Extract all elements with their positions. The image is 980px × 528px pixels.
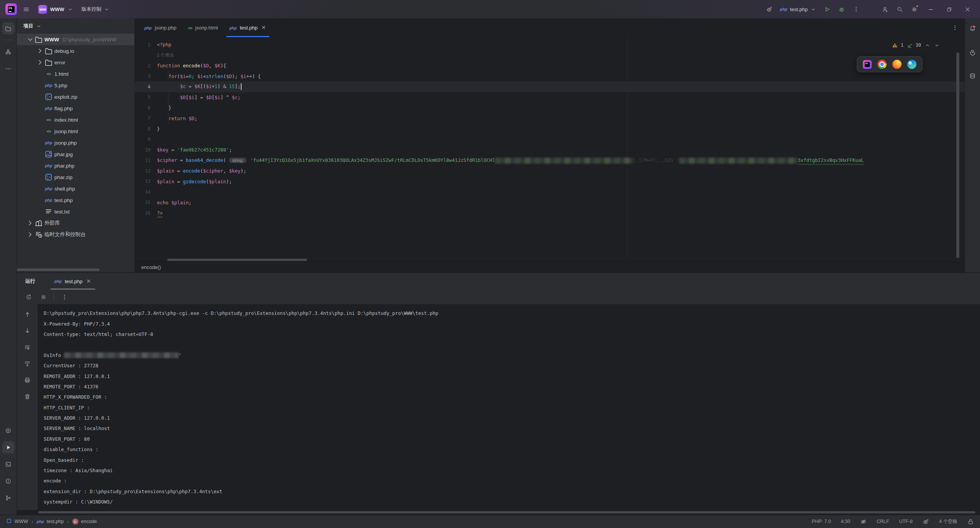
soft-wrap-button[interactable]: [23, 342, 32, 352]
ai-assistant-button[interactable]: [967, 46, 979, 58]
tree-item-exploit.zip[interactable]: exploit.zip: [17, 91, 134, 103]
tabbar-options-button[interactable]: [948, 21, 962, 34]
code-line-8[interactable]: 8}: [135, 124, 965, 134]
vcs-widget[interactable]: 版本控制: [78, 4, 113, 14]
settings-button[interactable]: [907, 3, 921, 16]
code-line-2[interactable]: 2function encode($D, $K){: [135, 60, 965, 71]
main-menu-button[interactable]: [19, 3, 33, 16]
code-line-13[interactable]: 13$plain = gzdecode($plain);: [135, 176, 965, 187]
tree-item-test.php[interactable]: phptest.php: [17, 194, 134, 206]
chrome-icon[interactable]: [877, 60, 887, 69]
tree-item-flag.php[interactable]: phpflag.php: [17, 103, 134, 114]
tree-item-index.html[interactable]: <>index.html: [17, 114, 134, 125]
console-more-button[interactable]: [59, 291, 70, 303]
close-run-tab-icon[interactable]: ✕: [86, 278, 92, 285]
sidebar-item-run[interactable]: [2, 441, 15, 453]
sidebar-item-structure[interactable]: [2, 46, 15, 58]
code-line-1[interactable]: 1<?php: [135, 39, 965, 50]
tree-item-jsonp.html[interactable]: <>jsonp.html: [17, 125, 134, 137]
close-button[interactable]: [959, 3, 976, 16]
tree-item-WWW[interactable]: WWWD:\phpstudy_pro\WWW: [17, 34, 134, 45]
stop-debug-listener-button[interactable]: [762, 3, 776, 16]
notifications-button[interactable]: [967, 22, 979, 34]
editor-body[interactable]: 1<?php1 个用法2function encode($D, $K){3 fo…: [135, 37, 965, 258]
inspections-widget[interactable]: 1 39: [891, 42, 940, 49]
tree-item-debug.io[interactable]: debug.io: [17, 45, 134, 57]
code-line-12[interactable]: 12$plain = encode($cipher, $key);: [135, 166, 965, 176]
code-line-10[interactable]: 10$key = 'fae0b27c451c7288';: [135, 145, 965, 155]
project-panel-header[interactable]: 项目: [17, 18, 134, 34]
sidebar-item-problems[interactable]: [2, 475, 15, 487]
scroll-to-end-button[interactable]: [23, 359, 32, 368]
tree-item-test.txt[interactable]: test.txt: [17, 206, 134, 217]
tab-test-php[interactable]: phptest.php✕: [224, 18, 272, 37]
chevron-right-icon[interactable]: [26, 230, 34, 239]
tree-item-phar.zip[interactable]: phar.zip: [17, 171, 134, 183]
line-separator[interactable]: CRLF: [877, 519, 889, 524]
tree-item-jsonp.php[interactable]: phpjsonp.php: [17, 137, 134, 148]
next-occurrence-button[interactable]: [23, 326, 32, 335]
project-selector[interactable]: WW WWW: [35, 3, 76, 15]
breadcrumb-encode[interactable]: fxencode: [72, 518, 97, 525]
code-line-3[interactable]: 3 for($i=0; $i<strlen($D); $i++) {: [135, 71, 965, 82]
code-line-inlay[interactable]: 1 个用法: [135, 50, 965, 61]
sidebar-item-terminal[interactable]: [2, 458, 15, 470]
tree-item-1.html[interactable]: <>1.html: [17, 68, 134, 80]
search-everywhere-button[interactable]: [893, 3, 906, 16]
code-with-me-button[interactable]: [878, 3, 892, 16]
close-tab-icon[interactable]: ✕: [261, 24, 267, 31]
sidebar-item-more[interactable]: [2, 62, 15, 75]
tree-item--[interactable]: 临时文件和控制台: [17, 229, 134, 240]
tab-jsonp-html[interactable]: <>jsonp.html: [182, 18, 224, 37]
reader-mode-icon[interactable]: [860, 518, 867, 525]
editor-vscrollbar[interactable]: [956, 52, 959, 258]
chevron-right-icon[interactable]: [36, 58, 44, 67]
restore-button[interactable]: [940, 3, 958, 16]
tree-item-5.php[interactable]: php5.php: [17, 80, 134, 91]
run-tab-testphp[interactable]: php test.php ✕: [50, 273, 96, 290]
stop-button[interactable]: [38, 291, 49, 303]
indent-setting[interactable]: 4 个空格: [939, 518, 957, 525]
tree-item-phar.jpg[interactable]: phar.jpg: [17, 148, 134, 160]
edge-icon[interactable]: [907, 60, 916, 69]
tree-item-shell.php[interactable]: phpshell.php: [17, 183, 134, 194]
database-button[interactable]: [967, 70, 979, 82]
firefox-icon[interactable]: [892, 60, 902, 69]
prev-problem-icon[interactable]: [924, 42, 931, 49]
clear-console-button[interactable]: [23, 392, 32, 401]
debug-listener-status-icon[interactable]: [923, 518, 929, 525]
file-encoding[interactable]: UTF-8: [899, 519, 913, 524]
code-line-9[interactable]: 9: [135, 134, 965, 145]
console-output[interactable]: D:\phpstudy_pro\Extensions\php\php7.3.4n…: [38, 304, 980, 510]
code-line-4[interactable]: 4 $c = $K[($i+1) & 15];: [135, 81, 965, 92]
breadcrumb-WWW[interactable]: WWW: [6, 518, 28, 525]
chevron-right-icon[interactable]: [26, 219, 34, 227]
caret-position[interactable]: 4:30: [841, 519, 850, 524]
code-line-5[interactable]: 5 $D[$i] = $D[$i] ^ $c;: [135, 92, 965, 103]
chevron-right-icon[interactable]: [36, 47, 44, 55]
chevron-down-icon[interactable]: [26, 35, 34, 44]
php-language-level[interactable]: PHP: 7.0: [812, 519, 831, 524]
tree-item--[interactable]: 外部库: [17, 217, 134, 229]
code-line-7[interactable]: 7 return $D;: [135, 113, 965, 124]
run-button[interactable]: [820, 3, 834, 16]
next-problem-icon[interactable]: [933, 42, 940, 49]
code-line-15[interactable]: 15echo $plain;: [135, 197, 965, 208]
sidebar-item-services[interactable]: [2, 424, 15, 437]
tree-item-phar.php[interactable]: phpphar.php: [17, 160, 134, 171]
prev-occurrence-button[interactable]: [23, 310, 32, 319]
tree-item-error[interactable]: error: [17, 57, 134, 68]
breadcrumb-test-php[interactable]: phptest.php: [37, 519, 64, 524]
rerun-button[interactable]: [23, 291, 34, 303]
run-configuration-selector[interactable]: php test.php: [777, 5, 819, 14]
debug-button[interactable]: [835, 3, 848, 16]
console-hscrollbar[interactable]: [38, 511, 975, 513]
phpstorm-preview-icon[interactable]: PS: [863, 60, 872, 69]
sidebar-item-version-control[interactable]: [2, 492, 15, 504]
more-run-actions-button[interactable]: [849, 3, 863, 16]
code-line-11[interactable]: 11$cipher = base64_decode( string: 'fu44…: [135, 155, 965, 166]
project-panel-hscrollbar[interactable]: [17, 269, 100, 271]
editor-hscrollbar[interactable]: [167, 259, 307, 261]
code-line-14[interactable]: 14: [135, 187, 965, 197]
code-line-16[interactable]: 16?>: [135, 208, 965, 218]
